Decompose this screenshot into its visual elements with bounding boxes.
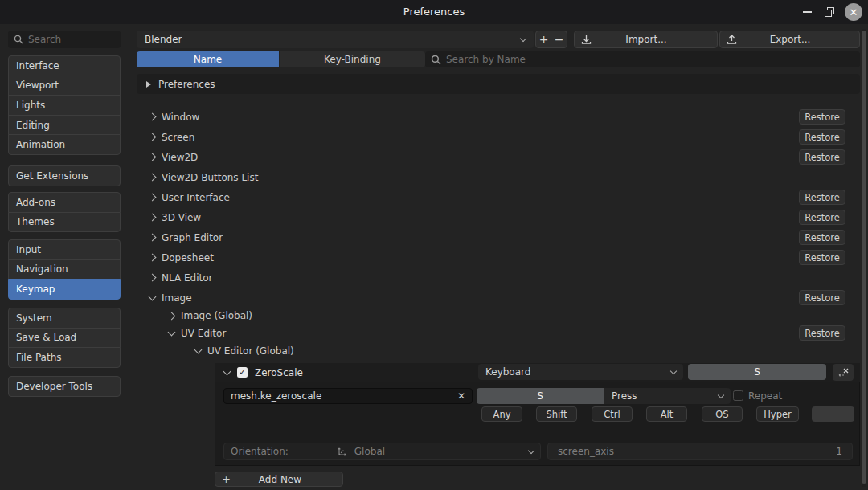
operator-id-input[interactable]: mesh.ke_zeroscale ✕ [223,388,473,404]
orientation-label: Orientation: [231,446,289,457]
restore-button[interactable]: Restore [799,210,845,225]
chevron-right-icon [149,174,157,182]
search-icon [431,55,441,65]
chevron-right-icon [149,133,157,141]
restore-window-button[interactable] [821,4,837,20]
sidebar-item-themes[interactable]: Themes [8,212,121,233]
modifier-hyper-button[interactable]: Hyper [756,406,799,422]
keymap-search-input[interactable]: Search by Name [425,51,860,67]
sidebar-item-animation[interactable]: Animation [8,134,121,155]
sidebar-item-file-paths[interactable]: File Paths [8,347,121,368]
section-label: Preferences [158,79,215,90]
sidebar-item-lights[interactable]: Lights [8,95,121,116]
modifier-os-button[interactable]: OS [702,406,743,422]
sidebar-search-input[interactable]: Search [8,31,121,48]
chevron-down-icon [718,391,724,398]
titlebar: Preferences ✕ [0,0,868,24]
sidebar-item-input[interactable]: Input [8,239,121,260]
key-binding-display[interactable]: S [688,364,826,380]
keymap-preset-select[interactable]: Blender [137,31,534,48]
export-button[interactable]: Export... [719,31,860,48]
tree-row-dopesheet[interactable]: Dopesheet Restore [137,247,860,267]
sidebar-item-add-ons[interactable]: Add-ons [8,192,121,213]
screen-axis-field[interactable]: screen_axis 1 [547,443,853,460]
tree-row-graph-editor[interactable]: Graph Editor Restore [137,227,860,247]
tree-row-uv-editor-global[interactable]: UV Editor (Global) [137,342,860,360]
tree-row-uv-editor[interactable]: UV Editor Restore [137,325,860,342]
keymap-item-header[interactable]: ✓ ZeroScale Keyboard S [215,363,860,382]
plus-icon: + [539,33,549,46]
add-new-button[interactable]: + Add New [215,472,343,487]
modifier-alt-button[interactable]: Alt [646,406,687,422]
close-button[interactable]: ✕ [845,3,862,21]
tree-row-view2d[interactable]: View2D Restore [137,147,860,167]
restore-button[interactable]: Restore [799,190,845,205]
remove-keymap-item-button[interactable] [833,364,854,381]
tree-row-image-global[interactable]: Image (Global) [137,307,860,325]
chevron-right-icon [149,194,157,202]
close-icon: ✕ [850,6,858,18]
modifier-any-button[interactable]: Any [481,406,522,422]
section-preferences-collapsed[interactable]: Preferences [137,74,860,94]
sidebar-group-developer: Developer Tools [8,376,121,397]
tree-row-nla-editor[interactable]: NLA Editor [137,267,860,288]
tab-filter-name[interactable]: Name [137,51,279,67]
restore-button[interactable]: Restore [799,230,845,245]
sidebar-item-navigation[interactable]: Navigation [8,259,121,280]
sidebar-item-viewport[interactable]: Viewport [8,76,121,96]
repeat-checkbox[interactable] [733,390,743,401]
chevron-right-icon [149,274,157,282]
sidebar-item-get-extensions[interactable]: Get Extensions [8,165,121,186]
tree-row-user-interface[interactable]: User Interface Restore [137,187,860,207]
minimize-icon [803,11,812,13]
tree-row-3d-view[interactable]: 3D View Restore [137,207,860,227]
sidebar-item-developer-tools[interactable]: Developer Tools [8,376,121,397]
modifier-shift-button[interactable]: Shift [536,406,577,422]
tree-row-image[interactable]: Image Restore [137,288,860,308]
restore-button[interactable]: Restore [799,129,845,145]
keymap-item-name: ZeroScale [255,367,303,378]
import-button[interactable]: Import... [574,31,718,48]
screen-axis-value: 1 [836,446,842,457]
sidebar-group-system: System Save & Load File Paths [8,308,121,368]
restore-button[interactable]: Restore [799,290,845,305]
sidebar-group-addons: Add-ons Themes [8,192,121,232]
screen-axis-label: screen_axis [558,446,614,457]
sidebar-item-save-load[interactable]: Save & Load [8,328,121,349]
tree-row-screen[interactable]: Screen Restore [137,127,860,147]
sidebar-item-interface[interactable]: Interface [8,55,121,76]
sidebar-item-system[interactable]: System [8,308,121,329]
sidebar-item-keymap[interactable]: Keymap [8,279,121,300]
restore-button[interactable]: Restore [799,250,845,265]
repeat-label: Repeat [748,390,782,402]
key-modifier-field[interactable] [812,406,854,422]
tree-row-view2d-buttons-list[interactable]: View2D Buttons List [137,167,860,187]
sidebar-group-general: Interface Viewport Lights Editing Animat… [8,55,121,155]
add-keymap-preset-button[interactable]: + [535,31,552,48]
modifier-ctrl-button[interactable]: Ctrl [592,406,633,422]
sidebar-search-placeholder: Search [28,34,61,45]
scrollbar-thumb[interactable] [862,31,866,484]
restore-button[interactable]: Restore [799,325,845,341]
tree-row-window[interactable]: Window Restore [137,107,860,127]
keymap-item-enabled-checkbox[interactable]: ✓ [237,367,248,378]
keymap-item-details: mesh.ke_zeroscale ✕ S Press Repeat Any S… [215,382,860,466]
keymap-search-placeholder: Search by Name [446,54,526,65]
event-key-button[interactable]: S [477,388,604,404]
chevron-down-icon [149,292,157,300]
event-value-select[interactable]: Press [604,388,731,404]
map-type-select[interactable]: Keyboard [478,364,683,380]
remove-keymap-preset-button[interactable]: − [551,31,567,48]
scrollbar-track[interactable] [862,29,866,487]
orientation-global-icon [337,446,348,457]
clear-icon[interactable]: ✕ [457,390,465,402]
chevron-right-icon [149,113,157,121]
tab-filter-key-binding[interactable]: Key-Binding [280,51,425,67]
restore-button[interactable]: Restore [799,149,845,165]
restore-button[interactable]: Restore [799,109,845,125]
sidebar-item-editing[interactable]: Editing [8,115,121,136]
check-icon: ✓ [239,367,246,378]
minimize-button[interactable] [799,4,815,20]
window-title: Preferences [0,6,868,18]
orientation-select[interactable]: Orientation: Global [223,443,541,460]
